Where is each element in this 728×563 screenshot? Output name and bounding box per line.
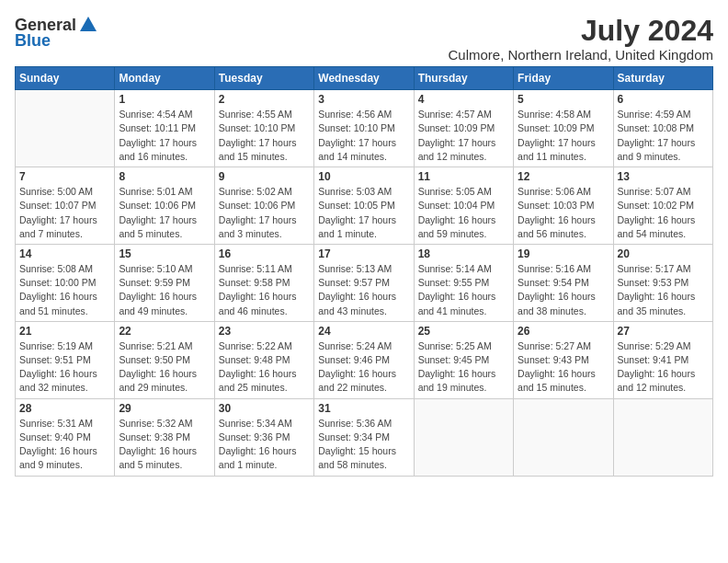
- day-cell: 6Sunrise: 4:59 AM Sunset: 10:08 PM Dayli…: [613, 90, 712, 167]
- day-cell: 16Sunrise: 5:11 AM Sunset: 9:58 PM Dayli…: [214, 244, 313, 321]
- day-cell: 4Sunrise: 4:57 AM Sunset: 10:09 PM Dayli…: [414, 90, 513, 167]
- day-cell: 7Sunrise: 5:00 AM Sunset: 10:07 PM Dayli…: [16, 167, 115, 245]
- header-cell-wednesday: Wednesday: [314, 67, 414, 90]
- day-number: 1: [119, 93, 210, 106]
- day-info: Sunrise: 5:34 AM Sunset: 9:36 PM Dayligh…: [219, 417, 310, 473]
- day-cell: 10Sunrise: 5:03 AM Sunset: 10:05 PM Dayl…: [314, 167, 414, 245]
- day-number: 18: [418, 247, 509, 260]
- header-cell-friday: Friday: [514, 67, 613, 90]
- header-row: SundayMondayTuesdayWednesdayThursdayFrid…: [16, 67, 713, 90]
- day-number: 4: [418, 93, 509, 106]
- day-cell: 18Sunrise: 5:14 AM Sunset: 9:55 PM Dayli…: [414, 244, 513, 321]
- day-info: Sunrise: 5:10 AM Sunset: 9:59 PM Dayligh…: [119, 262, 210, 318]
- day-cell: 17Sunrise: 5:13 AM Sunset: 9:57 PM Dayli…: [314, 244, 414, 321]
- day-cell: 30Sunrise: 5:34 AM Sunset: 9:36 PM Dayli…: [214, 398, 313, 476]
- day-cell: 12Sunrise: 5:06 AM Sunset: 10:03 PM Dayl…: [514, 167, 613, 245]
- day-cell: 1Sunrise: 4:54 AM Sunset: 10:11 PM Dayli…: [115, 90, 214, 167]
- day-cell: 27Sunrise: 5:29 AM Sunset: 9:41 PM Dayli…: [613, 321, 712, 398]
- day-cell: [613, 398, 712, 476]
- day-number: 8: [119, 170, 210, 183]
- day-number: 19: [518, 247, 609, 260]
- day-number: 27: [618, 325, 709, 338]
- day-number: 26: [518, 325, 609, 338]
- day-info: Sunrise: 4:57 AM Sunset: 10:09 PM Daylig…: [418, 108, 509, 164]
- day-info: Sunrise: 5:29 AM Sunset: 9:41 PM Dayligh…: [618, 339, 709, 396]
- day-info: Sunrise: 5:27 AM Sunset: 9:43 PM Dayligh…: [518, 339, 609, 396]
- day-cell: 11Sunrise: 5:05 AM Sunset: 10:04 PM Dayl…: [414, 167, 513, 245]
- week-row-4: 21Sunrise: 5:19 AM Sunset: 9:51 PM Dayli…: [16, 321, 713, 398]
- day-number: 5: [518, 93, 609, 106]
- day-info: Sunrise: 4:55 AM Sunset: 10:10 PM Daylig…: [219, 108, 310, 164]
- day-info: Sunrise: 5:32 AM Sunset: 9:38 PM Dayligh…: [119, 417, 210, 473]
- day-info: Sunrise: 5:31 AM Sunset: 9:40 PM Dayligh…: [19, 417, 110, 473]
- day-cell: [514, 398, 613, 476]
- day-number: 6: [618, 93, 709, 106]
- day-number: 23: [219, 325, 310, 338]
- day-number: 22: [119, 325, 210, 338]
- day-info: Sunrise: 5:22 AM Sunset: 9:48 PM Dayligh…: [219, 339, 310, 396]
- day-cell: 3Sunrise: 4:56 AM Sunset: 10:10 PM Dayli…: [314, 90, 414, 167]
- day-cell: 15Sunrise: 5:10 AM Sunset: 9:59 PM Dayli…: [115, 244, 214, 321]
- month-title: July 2024: [449, 15, 713, 47]
- day-info: Sunrise: 5:03 AM Sunset: 10:05 PM Daylig…: [318, 185, 409, 241]
- day-cell: 25Sunrise: 5:25 AM Sunset: 9:45 PM Dayli…: [414, 321, 513, 398]
- location-title: Culmore, Northern Ireland, United Kingdo…: [449, 47, 713, 63]
- day-cell: 26Sunrise: 5:27 AM Sunset: 9:43 PM Dayli…: [514, 321, 613, 398]
- page-header: General Blue July 2024 Culmore, Northern…: [15, 15, 713, 63]
- day-number: 12: [518, 170, 609, 183]
- day-info: Sunrise: 5:07 AM Sunset: 10:02 PM Daylig…: [618, 185, 709, 241]
- day-info: Sunrise: 5:05 AM Sunset: 10:04 PM Daylig…: [418, 185, 509, 241]
- day-cell: [414, 398, 513, 476]
- week-row-5: 28Sunrise: 5:31 AM Sunset: 9:40 PM Dayli…: [16, 398, 713, 476]
- day-number: 3: [318, 93, 409, 106]
- day-info: Sunrise: 4:58 AM Sunset: 10:09 PM Daylig…: [518, 108, 609, 164]
- day-number: 11: [418, 170, 509, 183]
- day-info: Sunrise: 5:17 AM Sunset: 9:53 PM Dayligh…: [618, 262, 709, 318]
- day-cell: 20Sunrise: 5:17 AM Sunset: 9:53 PM Dayli…: [613, 244, 712, 321]
- day-cell: [16, 90, 115, 167]
- week-row-2: 7Sunrise: 5:00 AM Sunset: 10:07 PM Dayli…: [16, 167, 713, 245]
- day-cell: 31Sunrise: 5:36 AM Sunset: 9:34 PM Dayli…: [314, 398, 414, 476]
- day-info: Sunrise: 5:00 AM Sunset: 10:07 PM Daylig…: [19, 185, 110, 241]
- day-number: 13: [618, 170, 709, 183]
- title-area: July 2024 Culmore, Northern Ireland, Uni…: [449, 15, 713, 63]
- day-cell: 9Sunrise: 5:02 AM Sunset: 10:06 PM Dayli…: [214, 167, 313, 245]
- header-cell-thursday: Thursday: [414, 67, 513, 90]
- day-info: Sunrise: 5:11 AM Sunset: 9:58 PM Dayligh…: [219, 262, 310, 318]
- header-cell-tuesday: Tuesday: [214, 67, 313, 90]
- day-number: 9: [219, 170, 310, 183]
- day-cell: 14Sunrise: 5:08 AM Sunset: 10:00 PM Dayl…: [16, 244, 115, 321]
- day-number: 15: [119, 247, 210, 260]
- week-row-3: 14Sunrise: 5:08 AM Sunset: 10:00 PM Dayl…: [16, 244, 713, 321]
- day-cell: 29Sunrise: 5:32 AM Sunset: 9:38 PM Dayli…: [115, 398, 214, 476]
- logo: General Blue: [15, 15, 98, 51]
- day-cell: 23Sunrise: 5:22 AM Sunset: 9:48 PM Dayli…: [214, 321, 313, 398]
- day-cell: 19Sunrise: 5:16 AM Sunset: 9:54 PM Dayli…: [514, 244, 613, 321]
- day-number: 28: [19, 402, 110, 415]
- day-cell: 28Sunrise: 5:31 AM Sunset: 9:40 PM Dayli…: [16, 398, 115, 476]
- day-number: 25: [418, 325, 509, 338]
- day-number: 29: [119, 402, 210, 415]
- day-info: Sunrise: 4:54 AM Sunset: 10:11 PM Daylig…: [119, 108, 210, 164]
- logo-blue-text: Blue: [15, 31, 51, 51]
- day-number: 31: [318, 402, 409, 415]
- day-number: 16: [219, 247, 310, 260]
- day-info: Sunrise: 5:19 AM Sunset: 9:51 PM Dayligh…: [19, 339, 110, 396]
- day-number: 14: [19, 247, 110, 260]
- day-info: Sunrise: 4:59 AM Sunset: 10:08 PM Daylig…: [618, 108, 709, 164]
- day-info: Sunrise: 5:21 AM Sunset: 9:50 PM Dayligh…: [119, 339, 210, 396]
- day-number: 10: [318, 170, 409, 183]
- day-cell: 5Sunrise: 4:58 AM Sunset: 10:09 PM Dayli…: [514, 90, 613, 167]
- day-cell: 22Sunrise: 5:21 AM Sunset: 9:50 PM Dayli…: [115, 321, 214, 398]
- week-row-1: 1Sunrise: 4:54 AM Sunset: 10:11 PM Dayli…: [16, 90, 713, 167]
- day-info: Sunrise: 5:14 AM Sunset: 9:55 PM Dayligh…: [418, 262, 509, 318]
- day-info: Sunrise: 5:06 AM Sunset: 10:03 PM Daylig…: [518, 185, 609, 241]
- header-cell-sunday: Sunday: [16, 67, 115, 90]
- calendar-table: SundayMondayTuesdayWednesdayThursdayFrid…: [15, 66, 713, 476]
- logo-icon: [78, 15, 98, 35]
- day-number: 21: [19, 325, 110, 338]
- day-number: 17: [318, 247, 409, 260]
- day-info: Sunrise: 5:02 AM Sunset: 10:06 PM Daylig…: [219, 185, 310, 241]
- header-cell-monday: Monday: [115, 67, 214, 90]
- day-info: Sunrise: 4:56 AM Sunset: 10:10 PM Daylig…: [318, 108, 409, 164]
